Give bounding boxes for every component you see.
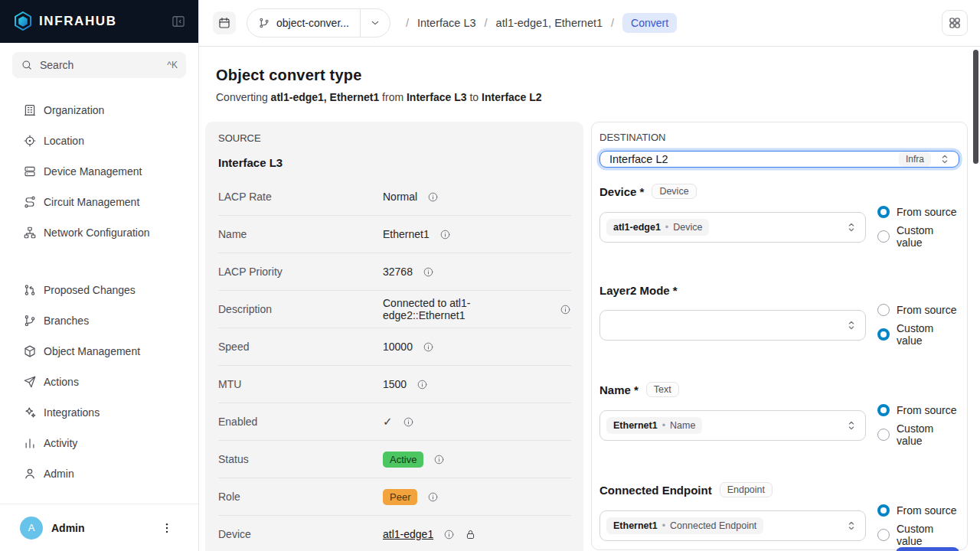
device-link[interactable]: atl1-edge1 [383, 528, 433, 540]
brand-name: INFRAHUB [39, 14, 117, 29]
info-icon[interactable] [560, 304, 571, 315]
branch-dropdown-toggle[interactable] [361, 17, 390, 29]
branch-name: object-conver... [276, 17, 349, 29]
sidebar-item-label: Circuit Management [44, 196, 139, 208]
scrollbar[interactable] [973, 50, 978, 164]
breadcrumb-separator: / [485, 17, 488, 29]
info-icon[interactable] [439, 229, 451, 240]
lock-icon [465, 529, 476, 540]
selected-value-pill: Ethernet1 • Connected Endpoint [606, 517, 763, 534]
info-icon[interactable] [433, 454, 445, 465]
info-icon[interactable] [443, 529, 455, 540]
from-source-option[interactable]: From source [877, 206, 959, 218]
sidebar-item-device-management[interactable]: Device Management [0, 156, 198, 187]
sidebar-item-integrations[interactable]: Integrations [0, 397, 198, 428]
from-source-option[interactable]: From source [877, 504, 959, 517]
custom-value-option[interactable]: Custom value [877, 224, 959, 249]
row-value: Normal [383, 191, 417, 203]
layer2-mode-select[interactable] [599, 310, 866, 341]
convert-button[interactable]: Convert [896, 547, 959, 551]
sidebar-item-proposed-changes[interactable]: Proposed Changes [0, 275, 198, 305]
row-label: LACP Priority [218, 266, 383, 278]
search-label: Search [40, 59, 74, 71]
custom-value-option[interactable]: Custom value [877, 322, 959, 347]
breadcrumb-item-object[interactable]: atl1-edge1, Ethernet1 [496, 17, 603, 29]
row-label: Speed [218, 341, 383, 353]
field-group-device: Device * Device atl1-edge1 • Device [599, 184, 959, 249]
source-row: Enabled ✓ [218, 403, 571, 441]
search-icon [21, 59, 33, 71]
row-label: Role [218, 491, 383, 503]
breadcrumb: / Interface L3 / atl1-edge1, Ethernet1 /… [406, 13, 677, 33]
field-label: Connected Endpoint [599, 484, 712, 497]
custom-value-radio[interactable] [877, 529, 890, 541]
source-row: LACP Priority 32768 [218, 253, 571, 291]
field-group-name: Name * Text Ethernet1 • Name [599, 382, 959, 447]
destination-type-value: Interface L2 [609, 153, 668, 165]
sidebar-item-activity[interactable]: Activity [0, 428, 198, 458]
from-source-radio[interactable] [877, 504, 890, 517]
custom-value-option[interactable]: Custom value [877, 422, 959, 447]
info-icon[interactable] [427, 491, 439, 503]
device-select[interactable]: atl1-edge1 • Device [599, 212, 866, 243]
info-icon[interactable] [403, 416, 414, 428]
field-group-connected-endpoint: Connected Endpoint Endpoint Ethernet1 • … [599, 482, 959, 547]
from-source-radio[interactable] [877, 206, 890, 218]
name-select[interactable]: Ethernet1 • Name [599, 410, 866, 441]
source-title: Interface L3 [218, 156, 571, 169]
info-icon[interactable] [416, 379, 428, 390]
sidebar-item-label: Object Management [44, 345, 140, 357]
apps-menu-button[interactable] [942, 10, 968, 36]
source-row: Name Ethernet1 [218, 216, 571, 253]
sidebar-item-network-configuration[interactable]: Network Configuration [0, 217, 198, 248]
row-label: MTU [218, 378, 383, 390]
namespace-badge: Infra [899, 152, 931, 167]
row-value: 10000 [383, 341, 413, 353]
sidebar-item-circuit-management[interactable]: Circuit Management [0, 187, 198, 217]
breadcrumb-item-interface-l3[interactable]: Interface L3 [417, 17, 476, 29]
info-icon[interactable] [423, 266, 434, 278]
kind-badge: Endpoint [720, 482, 773, 497]
destination-type-select[interactable]: Interface L2 Infra [599, 151, 959, 168]
sidebar-nav: Organization Location Device Management … [0, 95, 198, 489]
from-source-radio[interactable] [877, 404, 890, 416]
page-subtitle: Converting atl1-edge1, Ethernet1 from In… [216, 91, 974, 103]
custom-value-radio[interactable] [877, 230, 890, 243]
server-icon [23, 165, 37, 178]
from-source-radio[interactable] [877, 304, 890, 316]
page-title: Object convert type [216, 67, 974, 84]
info-icon[interactable] [423, 341, 434, 353]
nav-group-gap [0, 248, 198, 275]
custom-value-option[interactable]: Custom value [877, 523, 959, 547]
destination-heading: DESTINATION [599, 132, 959, 143]
chevrons-up-down-icon [844, 318, 858, 332]
from-source-option[interactable]: From source [877, 304, 959, 316]
row-value: 1500 [383, 378, 407, 390]
row-value: Ethernet1 [383, 228, 430, 240]
user-menu-button[interactable] [160, 521, 174, 535]
info-icon[interactable] [427, 191, 439, 203]
sidebar-item-label: Proposed Changes [44, 284, 136, 296]
sidebar-item-object-management[interactable]: Object Management [0, 336, 198, 367]
date-picker-button[interactable] [213, 11, 236, 34]
user-name: Admin [51, 522, 85, 534]
field-label: Name * [599, 383, 639, 396]
building-icon [23, 103, 37, 117]
breadcrumb-current-convert[interactable]: Convert [622, 13, 677, 33]
sidebar-item-branches[interactable]: Branches [0, 305, 198, 336]
branch-selector[interactable]: object-conver... [247, 8, 390, 37]
sidebar-item-organization[interactable]: Organization [0, 95, 198, 126]
connected-endpoint-select[interactable]: Ethernet1 • Connected Endpoint [599, 510, 866, 541]
topbar: object-conver... / Interface L3 / atl1-e… [199, 0, 980, 47]
sidebar-item-actions[interactable]: Actions [0, 367, 198, 397]
subtitle-text: from [382, 91, 403, 103]
custom-value-radio[interactable] [877, 429, 890, 441]
calendar-icon [217, 16, 231, 30]
collapse-sidebar-button[interactable] [171, 14, 186, 29]
sidebar-item-location[interactable]: Location [0, 126, 198, 156]
sidebar-item-admin[interactable]: Admin [0, 458, 198, 489]
row-label: Device [218, 528, 383, 540]
custom-value-radio[interactable] [877, 328, 890, 341]
from-source-option[interactable]: From source [877, 404, 959, 416]
search-input[interactable]: Search ^K [12, 52, 186, 78]
